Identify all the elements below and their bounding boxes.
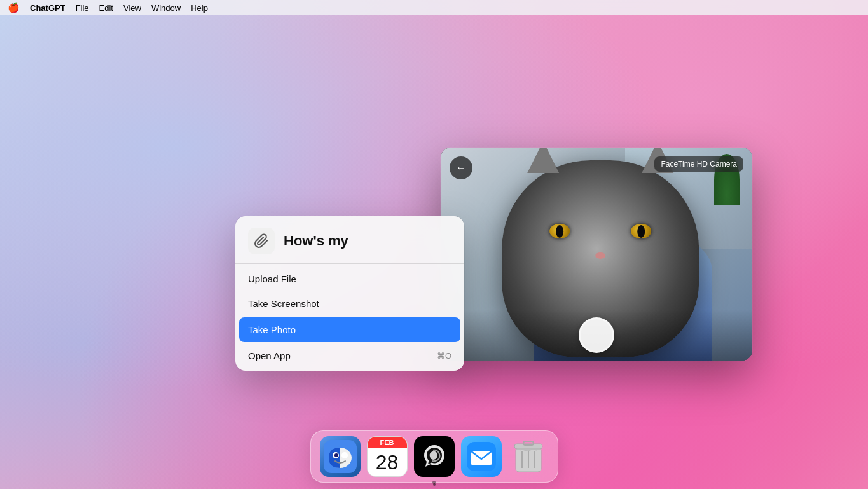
- menubar-help[interactable]: Help: [191, 3, 208, 13]
- shutter-button[interactable]: [579, 317, 614, 353]
- menubar-app-name[interactable]: ChatGPT: [30, 3, 65, 13]
- svg-rect-13: [523, 441, 534, 445]
- camera-controls-bar: [441, 310, 752, 361]
- dock-item-trash[interactable]: [508, 436, 549, 477]
- calendar-month: FEB: [368, 437, 407, 448]
- camera-viewfinder: ← FaceTime HD Camera: [441, 148, 752, 361]
- dock-item-mail[interactable]: [461, 436, 502, 477]
- menu-item-upload-file[interactable]: Upload File: [235, 266, 464, 291]
- menubar: 🍎 ChatGPT File Edit View Window Help: [0, 0, 868, 15]
- menubar-edit[interactable]: Edit: [99, 3, 113, 13]
- calendar-day: 28: [368, 448, 407, 476]
- attachment-popup-menu: How's my Upload File Take Screenshot Tak…: [235, 216, 464, 371]
- dock: FEB 28: [310, 430, 558, 483]
- svg-point-5: [343, 453, 347, 457]
- dock-indicator-dot: [432, 481, 436, 484]
- popup-header: How's my: [235, 216, 464, 263]
- menubar-file[interactable]: File: [76, 3, 89, 13]
- cat-nose: [595, 252, 605, 259]
- menu-item-take-screenshot[interactable]: Take Screenshot: [235, 291, 464, 316]
- cat-right-pupil: [637, 225, 645, 238]
- dock-item-chatgpt[interactable]: [414, 436, 455, 477]
- dock-item-calendar[interactable]: FEB 28: [367, 436, 408, 477]
- menubar-view[interactable]: View: [123, 3, 141, 13]
- open-app-shortcut: ⌘O: [437, 351, 451, 361]
- menu-item-open-app[interactable]: Open App ⌘O: [235, 343, 464, 368]
- dock-item-finder[interactable]: [320, 436, 361, 477]
- popup-header-text: How's my: [284, 233, 348, 249]
- facetime-label: FaceTime HD Camera: [654, 156, 743, 172]
- popup-menu-list: Upload File Take Screenshot Take Photo O…: [235, 264, 464, 371]
- dock-indicator-row: [307, 479, 561, 484]
- cat-ear-left: [527, 148, 559, 173]
- menubar-window[interactable]: Window: [151, 3, 181, 13]
- menu-item-take-photo[interactable]: Take Photo: [239, 317, 460, 342]
- svg-point-4: [334, 453, 338, 457]
- cat-right-eye: [631, 224, 651, 238]
- cat-left-pupil: [556, 225, 563, 238]
- paperclip-icon: [248, 228, 275, 254]
- cat-left-eye: [549, 224, 570, 238]
- camera-panel: ← FaceTime HD Camera: [441, 148, 752, 361]
- apple-menu[interactable]: 🍎: [8, 2, 20, 13]
- camera-back-button[interactable]: ←: [450, 156, 472, 179]
